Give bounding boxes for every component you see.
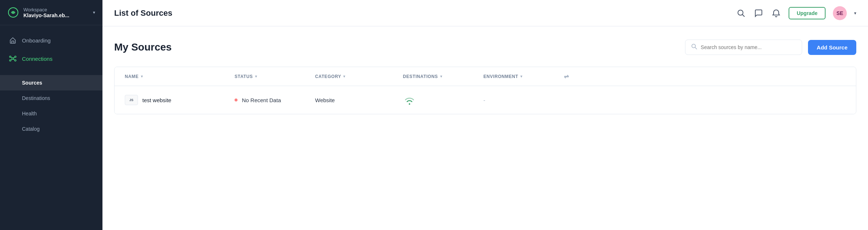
content-header: My Sources Add Source — [114, 40, 856, 55]
destinations-wifi-icon — [403, 93, 416, 107]
environment-value: - — [483, 97, 485, 103]
source-name: test website — [142, 97, 171, 103]
workspace-info: Workspace Klaviyo-Sarah.eb... — [23, 7, 89, 18]
page-title: List of Sources — [114, 8, 736, 18]
svg-line-7 — [14, 57, 15, 59]
sources-title: My Sources — [114, 41, 172, 53]
add-source-button[interactable]: Add Source — [808, 40, 856, 55]
sidebar-item-destinations[interactable]: Destinations — [0, 90, 102, 106]
connections-icon — [9, 55, 17, 63]
app-logo — [7, 7, 19, 18]
status-sort-icon: ▾ — [255, 74, 257, 78]
status-indicator — [235, 99, 237, 101]
sidebar: Workspace Klaviyo-Sarah.eb... ▾ Onboardi… — [0, 0, 102, 230]
name-sort-icon: ▾ — [141, 74, 143, 78]
onboarding-label: Onboarding — [22, 37, 50, 44]
chat-icon[interactable] — [753, 8, 764, 18]
sidebar-item-catalog[interactable]: Catalog — [0, 121, 102, 137]
search-input[interactable] — [701, 44, 796, 50]
search-box-icon — [691, 44, 697, 51]
svg-point-3 — [15, 56, 16, 57]
connections-label: Connections — [22, 56, 52, 62]
column-sort-cols[interactable]: ⇌ — [560, 67, 574, 86]
svg-line-6 — [11, 57, 12, 59]
workspace-label: Workspace — [23, 7, 89, 12]
sub-navigation: Sources Destinations Health Catalog — [0, 74, 102, 138]
svg-point-4 — [10, 60, 11, 61]
sources-label: Sources — [22, 80, 42, 86]
svg-line-13 — [695, 48, 697, 49]
sidebar-item-connections[interactable]: Connections — [0, 49, 102, 68]
source-name-cell: JS test website — [120, 88, 230, 112]
search-box — [685, 40, 802, 55]
source-actions-cell — [560, 93, 574, 107]
source-destinations-cell — [399, 86, 479, 114]
header-actions: Upgrade SE ▾ — [736, 6, 856, 20]
source-type-icon: JS — [125, 95, 138, 105]
search-icon[interactable] — [736, 8, 746, 18]
column-environment[interactable]: ENVIRONMENT ▾ — [479, 67, 560, 86]
content-area: My Sources Add Source NAME — [102, 26, 868, 230]
health-label: Health — [22, 111, 37, 116]
destinations-sort-icon: ▾ — [440, 74, 442, 78]
source-category-cell: Website — [311, 90, 399, 111]
svg-point-2 — [10, 56, 11, 57]
svg-line-11 — [742, 14, 745, 16]
content-actions: Add Source — [685, 40, 856, 55]
notifications-icon[interactable] — [771, 8, 781, 18]
sidebar-item-sources[interactable]: Sources — [0, 75, 102, 90]
environment-sort-icon: ▾ — [520, 74, 523, 78]
svg-line-9 — [14, 59, 15, 60]
sources-table: NAME ▾ STATUS ▾ CATEGORY ▾ DESTINATIONS … — [114, 67, 856, 114]
main-nav: Onboarding Connections — [0, 25, 102, 74]
avatar[interactable]: SE — [833, 6, 847, 20]
source-status-cell: No Recent Data — [230, 90, 311, 111]
avatar-chevron-icon[interactable]: ▾ — [854, 11, 856, 16]
category-sort-icon: ▾ — [343, 74, 345, 78]
sidebar-item-onboarding[interactable]: Onboarding — [0, 31, 102, 49]
table-row[interactable]: JS test website No Recent Data Website — [115, 86, 856, 114]
main-content: List of Sources Upgrade SE — [102, 0, 868, 230]
svg-line-8 — [11, 59, 12, 60]
home-icon — [9, 36, 17, 44]
catalog-label: Catalog — [22, 126, 40, 132]
upgrade-button[interactable]: Upgrade — [789, 7, 826, 19]
source-environment-cell: - — [479, 90, 560, 111]
column-status[interactable]: STATUS ▾ — [230, 67, 311, 86]
column-category[interactable]: CATEGORY ▾ — [311, 67, 399, 86]
page-header: List of Sources Upgrade SE — [102, 0, 868, 26]
table-header: NAME ▾ STATUS ▾ CATEGORY ▾ DESTINATIONS … — [115, 67, 856, 86]
column-name[interactable]: NAME ▾ — [120, 67, 230, 86]
workspace-chevron-icon: ▾ — [93, 10, 95, 15]
workspace-id: Klaviyo-Sarah.eb... — [23, 12, 82, 18]
category-text: Website — [315, 97, 335, 103]
sidebar-item-health[interactable]: Health — [0, 106, 102, 121]
svg-point-5 — [15, 60, 16, 61]
destinations-label: Destinations — [22, 95, 50, 101]
column-destinations[interactable]: DESTINATIONS ▾ — [399, 67, 479, 86]
status-text: No Recent Data — [242, 97, 281, 103]
workspace-selector[interactable]: Workspace Klaviyo-Sarah.eb... ▾ — [0, 0, 102, 25]
sort-columns-icon: ⇌ — [564, 73, 569, 80]
